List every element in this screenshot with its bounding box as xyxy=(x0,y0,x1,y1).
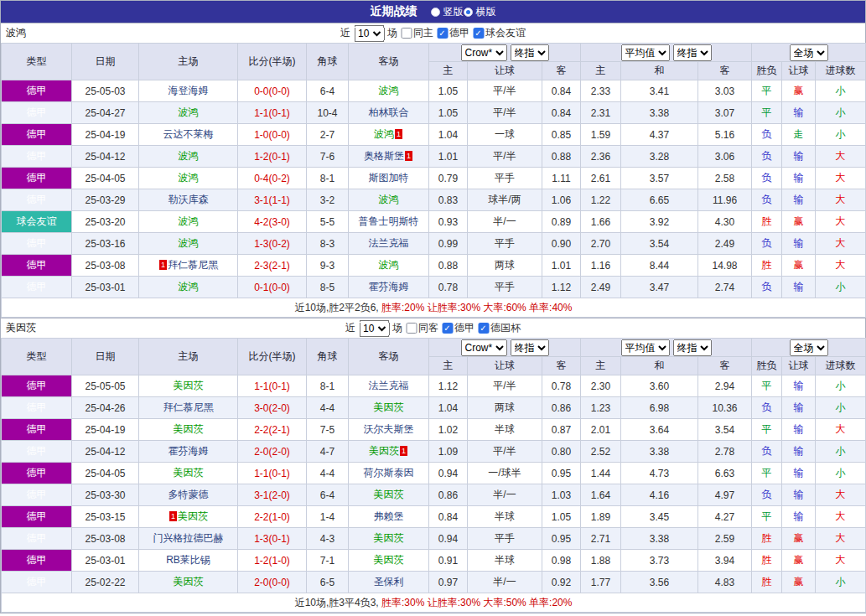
away-team-link[interactable]: 波鸿 xyxy=(379,194,399,205)
filter-checkbox-德国杯[interactable]: ✓德国杯 xyxy=(478,321,521,335)
score-cell[interactable]: 1-2(1-0) xyxy=(238,550,307,572)
filter-checkbox-德甲[interactable]: ✓德甲 xyxy=(442,321,474,335)
home-team-link[interactable]: 门兴格拉德巴赫 xyxy=(153,532,224,544)
score-cell[interactable]: 1-2(0-1) xyxy=(238,146,307,168)
layout-radio-horizontal[interactable]: 横版 xyxy=(464,5,496,19)
result-goals-cell: 小 xyxy=(816,463,866,484)
away-team-link[interactable]: 斯图加特 xyxy=(369,172,409,184)
fulltime-select[interactable]: 全场 xyxy=(790,339,828,356)
home-team-link[interactable]: 拜仁慕尼黑 xyxy=(163,401,214,413)
red-card-badge: 1 xyxy=(395,129,402,139)
sub-column-header: 主 xyxy=(581,357,621,375)
match-count-select[interactable]: 10 xyxy=(359,320,389,337)
home-team-link[interactable]: 拜仁慕尼黑 xyxy=(168,259,218,271)
filter-checkbox-同客[interactable]: 同客 xyxy=(406,321,438,335)
away-team-link[interactable]: 柏林联合 xyxy=(369,106,409,118)
away-team-link[interactable]: 美因茨 xyxy=(369,445,399,457)
away-team-link[interactable]: 美因茨 xyxy=(374,532,404,544)
home-team-link[interactable]: 多特蒙德 xyxy=(169,489,209,500)
summary-stat: 让胜率:30% xyxy=(424,597,480,608)
home-team-link[interactable]: 波鸿 xyxy=(179,281,199,292)
home-team-link[interactable]: 美因茨 xyxy=(178,510,208,522)
odds-source-select[interactable]: Crow* xyxy=(461,339,507,356)
home-team-link[interactable]: 海登海姆 xyxy=(169,85,209,96)
avg-draw-cell: 3.38 xyxy=(621,528,698,550)
avg-source-select[interactable]: 平均值 xyxy=(621,44,670,61)
away-team-link[interactable]: 波鸿 xyxy=(374,128,394,140)
avg-home-cell: 2.70 xyxy=(581,233,621,255)
fulltime-select[interactable]: 全场 xyxy=(790,44,828,61)
score-cell[interactable]: 2-2(2-1) xyxy=(238,419,307,441)
away-team-cell: 波鸿 xyxy=(349,255,429,277)
home-team-link[interactable]: 波鸿 xyxy=(179,215,199,227)
score-cell[interactable]: 2-0(0-0) xyxy=(238,572,307,593)
result-winloss-cell: 负 xyxy=(752,189,782,211)
avg-draw-cell: 3.45 xyxy=(621,506,698,528)
score-cell[interactable]: 3-0(2-0) xyxy=(238,397,307,419)
avg-away-cell: 4.30 xyxy=(698,211,752,233)
score-cell[interactable]: 3-1(1-1) xyxy=(238,189,307,211)
away-team-link[interactable]: 普鲁士明斯特 xyxy=(359,215,419,227)
score-cell[interactable]: 0-0(0-0) xyxy=(238,80,307,102)
away-team-link[interactable]: 波鸿 xyxy=(379,85,399,96)
score-cell[interactable]: 1-0(0-0) xyxy=(238,124,307,146)
home-team-link[interactable]: RB莱比锡 xyxy=(166,554,210,566)
odds-away-cell: 0.78 xyxy=(542,375,581,397)
away-team-link[interactable]: 沃尔夫斯堡 xyxy=(364,423,414,435)
match-count-select[interactable]: 10 xyxy=(354,25,384,42)
score-cell[interactable]: 2-2(1-0) xyxy=(238,506,307,528)
home-team-link[interactable]: 美因茨 xyxy=(174,576,204,588)
home-team-cell: 拜仁慕尼黑 xyxy=(139,397,238,419)
score-cell[interactable]: 3-1(2-0) xyxy=(238,484,307,506)
home-team-link[interactable]: 美因茨 xyxy=(174,467,204,479)
away-team-link[interactable]: 霍芬海姆 xyxy=(369,281,409,292)
score-cell[interactable]: 0-1(0-0) xyxy=(238,277,307,298)
result-goals-cell: 小 xyxy=(816,375,866,397)
away-team-link[interactable]: 波鸿 xyxy=(379,259,399,271)
odds-away-cell: 0.84 xyxy=(542,80,581,102)
away-team-link[interactable]: 美因茨 xyxy=(374,489,404,500)
home-team-link[interactable]: 美因茨 xyxy=(174,423,204,435)
home-team-link[interactable]: 波鸿 xyxy=(179,150,199,162)
score-cell[interactable]: 2-3(2-1) xyxy=(238,255,307,277)
filter-checkbox-球会友谊[interactable]: ✓球会友谊 xyxy=(473,26,526,40)
avg-source-select[interactable]: 平均值 xyxy=(621,339,670,356)
home-team-cell: 勒沃库森 xyxy=(139,189,238,211)
home-team-link[interactable]: 勒沃库森 xyxy=(169,194,209,205)
home-team-link[interactable]: 波鸿 xyxy=(179,172,199,184)
home-team-link[interactable]: 波鸿 xyxy=(179,106,199,118)
date-cell: 25-03-29 xyxy=(72,189,139,211)
score-cell[interactable]: 4-2(3-0) xyxy=(238,211,307,233)
odds-time-select[interactable]: 终指 xyxy=(511,44,549,61)
corner-cell: 8-1 xyxy=(307,168,349,189)
score-cell[interactable]: 1-1(0-1) xyxy=(238,463,307,484)
score-cell[interactable]: 1-1(0-1) xyxy=(238,375,307,397)
home-team-link[interactable]: 波鸿 xyxy=(179,237,199,249)
result-handicap-cell: 输 xyxy=(782,277,816,298)
away-team-link[interactable]: 奥格斯堡 xyxy=(364,150,404,162)
score-cell[interactable]: 0-4(0-2) xyxy=(238,168,307,189)
avg-time-select[interactable]: 终指 xyxy=(673,44,712,61)
score-cell[interactable]: 2-0(2-0) xyxy=(238,441,307,463)
away-team-link[interactable]: 美因茨 xyxy=(374,401,404,413)
filter-checkbox-德甲[interactable]: ✓德甲 xyxy=(437,26,469,40)
odds-time-select[interactable]: 终指 xyxy=(511,339,549,356)
result-winloss-cell: 平 xyxy=(752,80,782,102)
away-team-link[interactable]: 法兰克福 xyxy=(369,237,409,249)
away-team-link[interactable]: 法兰克福 xyxy=(369,380,409,391)
home-team-link[interactable]: 霍芬海姆 xyxy=(169,445,209,457)
away-team-link[interactable]: 美因茨 xyxy=(374,554,404,566)
layout-radio-vertical[interactable]: 竖版 xyxy=(431,5,464,19)
home-team-link[interactable]: 美因茨 xyxy=(174,380,204,391)
score-cell[interactable]: 1-1(0-1) xyxy=(238,102,307,124)
league-cell: 德甲 xyxy=(2,572,72,593)
away-team-link[interactable]: 圣保利 xyxy=(374,576,404,588)
score-cell[interactable]: 1-3(0-1) xyxy=(238,528,307,550)
avg-time-select[interactable]: 终指 xyxy=(673,339,712,356)
filter-checkbox-同主[interactable]: 同主 xyxy=(401,26,433,40)
score-cell[interactable]: 1-3(0-2) xyxy=(238,233,307,255)
away-team-link[interactable]: 弗赖堡 xyxy=(374,510,404,522)
odds-source-select[interactable]: Crow* xyxy=(461,44,507,61)
away-team-link[interactable]: 荷尔斯泰因 xyxy=(364,467,414,479)
home-team-link[interactable]: 云达不莱梅 xyxy=(163,128,214,140)
